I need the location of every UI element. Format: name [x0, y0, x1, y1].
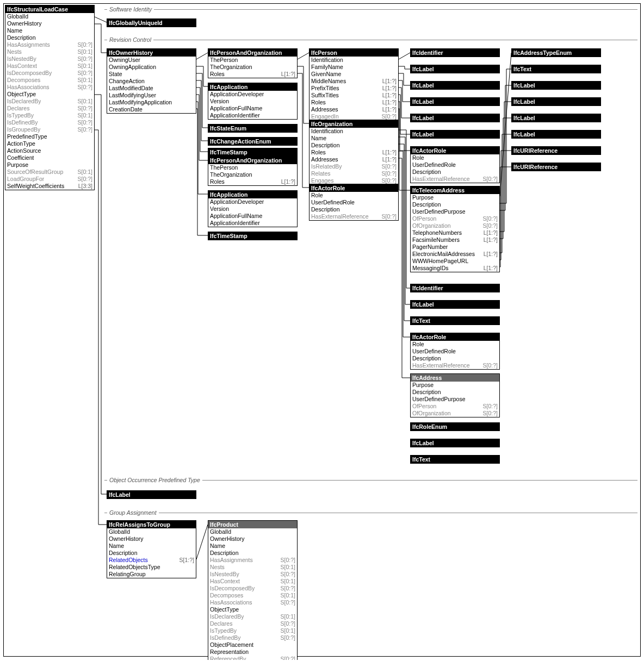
type-box: IfcURIReference: [511, 163, 601, 171]
attribute-row: ApplicationFullName: [208, 105, 297, 112]
attribute-row: LastModifyingUser: [107, 92, 196, 99]
attribute-row: AddressesL[1:?]: [309, 156, 398, 163]
attribute-name: Nests: [210, 564, 225, 571]
attribute-cardinality: S[0:1]: [76, 169, 92, 176]
attribute-row: ActionSource: [5, 147, 94, 154]
attribute-row: ThePerson: [208, 57, 297, 64]
attribute-name: RelatingGroup: [109, 571, 146, 578]
type-box: IfcURIReference: [511, 146, 601, 155]
attribute-row: OfOrganizationS[0:?]: [411, 222, 499, 229]
attribute-row: UserDefinedRole: [309, 199, 398, 206]
svg-line-98: [196, 525, 208, 559]
attribute-row: Description: [208, 550, 297, 557]
attribute-name: SourceOfResultGroup: [7, 169, 63, 176]
attribute-name: Identification: [311, 128, 343, 135]
attribute-name: IsDeclaredBy: [210, 613, 244, 620]
attribute-row: AddressesL[1:?]: [309, 106, 398, 113]
attribute-cardinality: S[0:1]: [76, 112, 92, 119]
attribute-row: Description: [107, 550, 196, 557]
attribute-name: Role: [412, 154, 424, 161]
section-divider: [104, 40, 637, 40]
attribute-name: Identification: [311, 57, 343, 64]
attribute-cardinality: S[0:?]: [481, 176, 498, 183]
attribute-row: OwnerHistory: [107, 535, 196, 542]
attribute-cardinality: S[0:1]: [76, 63, 92, 70]
type-box: IfcText: [410, 316, 500, 325]
attribute-name: OfOrganization: [412, 222, 451, 229]
attribute-name: UserDefinedRole: [412, 348, 456, 355]
attribute-row: RolesL[1:?]: [208, 71, 297, 78]
attribute-row: OwnerHistory: [208, 535, 297, 542]
attribute-row: Version: [208, 98, 297, 105]
attribute-name: OfPerson: [412, 215, 436, 222]
attribute-row: PrefixTitlesL[1:?]: [309, 85, 398, 92]
attribute-name: UserDefinedRole: [311, 199, 355, 206]
attribute-row: SelfWeightCoefficientsL[3:3]: [5, 183, 94, 190]
entity-header: IfcApplication: [208, 83, 297, 91]
attribute-name: UserDefinedPurpose: [412, 396, 465, 403]
attribute-name: OwningApplication: [109, 64, 156, 71]
attribute-cardinality: L[1:?]: [481, 265, 498, 272]
attribute-name: HasExternalReference: [412, 176, 470, 183]
attribute-name: GlobalId: [210, 528, 231, 535]
attribute-cardinality: S[0:?]: [278, 599, 295, 606]
attribute-row: TheOrganization: [208, 171, 297, 178]
attribute-cardinality: S[0:1]: [76, 48, 92, 55]
attribute-cardinality: S[0:?]: [278, 571, 295, 578]
attribute-name: Purpose: [412, 194, 434, 201]
attribute-row: HasExternalReferenceS[0:?]: [411, 362, 499, 369]
attribute-name: Version: [210, 98, 229, 105]
attribute-row: GlobalId: [5, 13, 94, 20]
attribute-row: TheOrganization: [208, 64, 297, 71]
attribute-name: Roles: [311, 99, 326, 106]
attribute-name: HasContext: [7, 63, 37, 70]
attribute-name: IsNestedBy: [7, 55, 36, 63]
attribute-row: FacsimileNumbersL[1:?]: [411, 236, 499, 244]
attribute-name: Addresses: [311, 156, 338, 163]
attribute-row: IsTypedByS[0:1]: [208, 627, 297, 634]
attribute-row: ChangeAction: [107, 78, 196, 85]
type-box: IfcLabel: [107, 490, 196, 499]
attribute-row: SuffixTitlesL[1:?]: [309, 92, 398, 99]
attribute-name: Role: [311, 192, 323, 199]
attribute-name: HasExternalReference: [412, 362, 470, 369]
type-box: IfcGloballyUniqueId: [107, 18, 196, 27]
attribute-cardinality: S[0:?]: [481, 215, 498, 222]
attribute-name: Addresses: [311, 106, 338, 113]
attribute-row: ApplicationIdentifier: [208, 112, 297, 119]
attribute-name: Coefficient: [7, 154, 34, 161]
attribute-name: OfOrganization: [412, 410, 451, 417]
entity-box: IfcPersonAndOrganizationThePersonTheOrga…: [208, 48, 298, 78]
attribute-name: Roles: [210, 178, 225, 185]
attribute-name: ThePerson: [210, 57, 238, 64]
attribute-row: ApplicationDeveloper: [208, 198, 297, 205]
attribute-name: HasAssignments: [7, 41, 50, 48]
entity-box: IfcOwnerHistoryOwningUserOwningApplicati…: [107, 48, 196, 114]
attribute-name: ApplicationDeveloper: [210, 91, 264, 98]
attribute-cardinality: S[0:?]: [76, 126, 92, 133]
attribute-row: LastModifyingApplication: [107, 99, 196, 106]
attribute-name: SelfWeightCoefficients: [7, 183, 64, 190]
attribute-row: UserDefinedRole: [411, 348, 499, 355]
attribute-cardinality: S[0:1]: [278, 592, 295, 599]
attribute-row: RolesL[1:?]: [309, 99, 398, 106]
attribute-cardinality: S[1:?]: [177, 557, 194, 564]
entity-box: IfcPersonIdentificationFamilyNameGivenNa…: [309, 48, 399, 121]
attribute-name: Roles: [210, 71, 225, 78]
attribute-cardinality: L[1:?]: [481, 229, 498, 236]
type-box: IfcTimeStamp: [208, 148, 298, 157]
attribute-name: RelatedObjects: [109, 557, 148, 564]
type-box: IfcTimeStamp: [208, 232, 298, 240]
entity-box: IfcActorRoleRoleUserDefinedRoleDescripti…: [309, 184, 399, 221]
attribute-name: CreationDate: [109, 106, 143, 113]
attribute-row: RelatedObjectsS[1:?]: [107, 557, 196, 564]
attribute-row: ApplicationFullName: [208, 213, 297, 220]
attribute-row: Description: [411, 355, 499, 362]
attribute-name: FamilyName: [311, 64, 343, 71]
attribute-row: DecomposesS[0:1]: [5, 77, 94, 84]
attribute-row: IsTypedByS[0:1]: [5, 112, 94, 119]
attribute-row: RelatingGroup: [107, 571, 196, 578]
attribute-cardinality: S[0:?]: [76, 84, 92, 91]
type-box: IfcLabel: [511, 114, 601, 122]
svg-line-76: [500, 53, 511, 196]
